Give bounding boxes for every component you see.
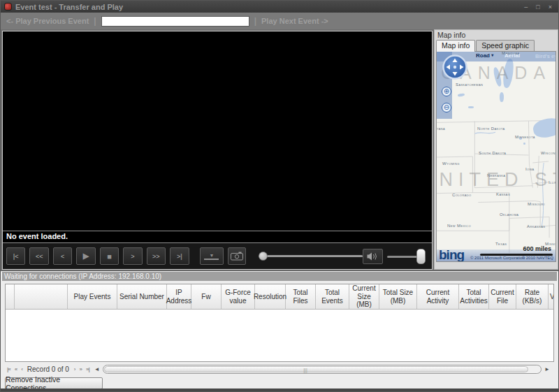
camera-icon bbox=[231, 252, 243, 261]
volume-slider[interactable] bbox=[387, 249, 426, 264]
table-column-header[interactable]: Current Size (MB) bbox=[349, 284, 379, 309]
record-navigator: |« « ‹ Record 0 of 0 › » »| ◄ ||| ► bbox=[5, 363, 553, 375]
tab-speed-graphic[interactable]: Speed graphic bbox=[476, 40, 535, 51]
map-state-label: Minnesota bbox=[515, 135, 535, 139]
map-state-label: Illinois bbox=[549, 180, 556, 184]
table-column-header[interactable]: Play Events bbox=[68, 284, 117, 309]
table-column-header[interactable]: Total Size (MB) bbox=[379, 284, 417, 309]
map-state-label: Oklahoma bbox=[500, 212, 518, 217]
map-state-label: Colorado bbox=[452, 193, 472, 197]
record-next-page-button[interactable]: » bbox=[80, 366, 82, 372]
play-next-event-button[interactable]: Play Next Event -> bbox=[261, 17, 328, 25]
zoom-out-button[interactable]: ⊖ bbox=[442, 103, 451, 112]
table-column-header[interactable]: Rate (KB/s) bbox=[516, 284, 549, 309]
table-column-header[interactable]: Total Events bbox=[316, 284, 349, 309]
record-count-label: Record 0 of 0 bbox=[27, 365, 69, 373]
remove-inactive-connections-button[interactable]: Remove Inactive Connections bbox=[5, 377, 103, 389]
scroll-right-icon[interactable]: ► bbox=[544, 366, 550, 372]
record-first-button[interactable]: |« bbox=[7, 366, 10, 372]
step-forward-button[interactable]: > bbox=[123, 247, 142, 265]
video-player: No event loaded. |< << < ▶ ■ > >> >| ▼ bbox=[2, 31, 433, 270]
maximize-button[interactable]: □ bbox=[536, 3, 539, 10]
video-status-text: No event loaded. bbox=[3, 231, 432, 242]
player-controls: |< << < ▶ ■ > >> >| ▼ bbox=[3, 242, 432, 269]
copyright-microsoft: © 2011 Microsoft Corporation bbox=[470, 256, 525, 260]
close-button[interactable]: × bbox=[549, 3, 552, 10]
map-state-label: Missouri bbox=[528, 202, 545, 206]
table-header-row: Play Events Serial Number IP Address Fw … bbox=[6, 284, 553, 310]
connections-panel: Waiting for connections (IP Address: 192… bbox=[1, 270, 558, 391]
table-column-header[interactable]: G-Force value bbox=[222, 284, 255, 309]
seek-thumb[interactable] bbox=[259, 252, 268, 261]
window-title: Event test - Transfer and Play bbox=[15, 3, 123, 11]
map-state-label: Nebraska bbox=[487, 173, 505, 177]
rewind-button[interactable]: << bbox=[29, 247, 48, 265]
table-column-header[interactable]: Resolution bbox=[255, 284, 286, 309]
table-column-header[interactable]: Current File bbox=[489, 284, 516, 309]
map-view[interactable]: CANADA UNITED STATES Road ▾ Aerial Bird'… bbox=[436, 51, 556, 262]
tab-map-info[interactable]: Map info bbox=[436, 40, 475, 52]
table-column-header[interactable]: Total Files bbox=[286, 284, 316, 309]
main-area: No event loaded. |< << < ▶ ■ > >> >| ▼ bbox=[1, 29, 558, 270]
bing-logo: bing bbox=[439, 247, 464, 262]
map-state-label: South Dakota bbox=[479, 151, 506, 155]
table-column-header[interactable]: View Trans Log bbox=[549, 284, 554, 309]
map-state-label: Kansas bbox=[496, 192, 510, 196]
chevron-down-icon: ▾ bbox=[491, 53, 493, 57]
first-event-button[interactable]: |< bbox=[6, 247, 25, 265]
table-column-header[interactable] bbox=[6, 284, 15, 309]
download-icon: ▼ bbox=[204, 253, 219, 260]
last-event-button[interactable]: >| bbox=[170, 247, 189, 265]
fast-forward-button[interactable]: >> bbox=[147, 247, 166, 265]
map-state-label: Montana bbox=[436, 126, 445, 131]
stop-button[interactable]: ■ bbox=[100, 247, 119, 265]
table-column-header[interactable]: Total Activities bbox=[459, 284, 489, 309]
map-group-title: Map info bbox=[435, 30, 558, 40]
horizontal-scrollbar[interactable]: ||| bbox=[103, 365, 542, 374]
step-back-button[interactable]: < bbox=[53, 247, 72, 265]
record-prev-button[interactable]: ‹ bbox=[21, 366, 22, 372]
map-aerial-button[interactable]: Aerial bbox=[504, 52, 520, 59]
minimize-button[interactable]: – bbox=[524, 3, 528, 10]
title-bar: Event test - Transfer and Play – □ × bbox=[1, 1, 558, 13]
record-prev-page-button[interactable]: « bbox=[15, 366, 17, 372]
scrollbar-grip: ||| bbox=[303, 368, 307, 372]
map-compass-control[interactable] bbox=[442, 54, 468, 80]
table-column-header[interactable] bbox=[15, 284, 68, 309]
window-bottom-edge bbox=[1, 389, 558, 391]
record-last-button[interactable]: »| bbox=[86, 366, 89, 372]
video-display bbox=[3, 31, 432, 231]
map-road-button[interactable]: Road ▾ bbox=[476, 52, 493, 59]
event-input[interactable] bbox=[101, 16, 249, 27]
map-state-label: Arkansas bbox=[527, 224, 545, 228]
zoom-in-button[interactable]: ⊕ bbox=[442, 87, 451, 96]
download-button[interactable]: ▼ bbox=[200, 247, 223, 265]
map-state-label: North Dakota bbox=[477, 126, 505, 131]
map-state-label: Wisconsin bbox=[541, 151, 556, 155]
play-button[interactable]: ▶ bbox=[76, 247, 95, 265]
map-birdseye-button[interactable]: Bird's eye bbox=[535, 53, 556, 59]
table-column-header[interactable]: Current Activity bbox=[417, 284, 459, 309]
app-icon bbox=[4, 3, 12, 10]
mute-button[interactable] bbox=[363, 249, 383, 264]
table-column-header[interactable]: Fw bbox=[191, 284, 222, 309]
connections-table[interactable]: Play Events Serial Number IP Address Fw … bbox=[5, 284, 554, 362]
table-column-header[interactable]: IP Address bbox=[167, 284, 191, 309]
snapshot-button[interactable] bbox=[228, 247, 246, 265]
map-state-label: Saskatchewan bbox=[456, 82, 483, 87]
app-window: Event test - Transfer and Play – □ × <- … bbox=[0, 0, 559, 392]
volume-thumb[interactable] bbox=[416, 249, 426, 264]
table-column-header[interactable]: Serial Number bbox=[117, 284, 167, 309]
speaker-icon bbox=[367, 252, 378, 261]
play-previous-event-button[interactable]: <- Play Previous Event bbox=[6, 17, 89, 25]
map-state-label: Wyoming bbox=[442, 161, 460, 166]
scroll-left-icon[interactable]: ◄ bbox=[94, 366, 100, 372]
record-next-button[interactable]: › bbox=[74, 366, 75, 372]
copyright-navteq: © 2010 NAVTEQ bbox=[522, 256, 553, 260]
map-state-label: New Mexico bbox=[447, 224, 471, 228]
seek-slider[interactable] bbox=[259, 252, 363, 261]
map-state-label: Iowa bbox=[525, 167, 535, 171]
zoom-out-icon: ⊖ bbox=[444, 103, 449, 111]
scrollbar-thumb[interactable]: ||| bbox=[104, 366, 529, 372]
connections-group-title: Waiting for connections (IP Address: 192… bbox=[2, 272, 557, 281]
